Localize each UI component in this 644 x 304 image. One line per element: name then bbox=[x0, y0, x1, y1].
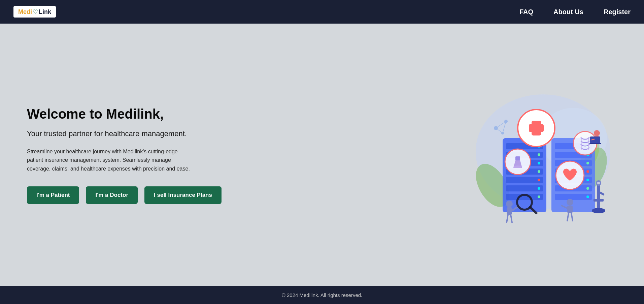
svg-point-48 bbox=[513, 165, 522, 168]
svg-point-65 bbox=[594, 130, 600, 136]
svg-point-75 bbox=[597, 182, 600, 184]
svg-point-22 bbox=[538, 170, 540, 173]
svg-point-25 bbox=[538, 195, 540, 198]
svg-line-58 bbox=[507, 215, 508, 222]
svg-rect-46 bbox=[515, 156, 520, 160]
navbar: Medi ♡ Link FAQ About Us Register bbox=[0, 0, 644, 24]
main-content: Welcome to Medilink, Your trusted partne… bbox=[0, 24, 644, 286]
svg-line-59 bbox=[511, 215, 512, 222]
svg-point-38 bbox=[586, 179, 589, 181]
svg-rect-44 bbox=[529, 124, 544, 132]
hero-subtitle: Your trusted partner for healthcare mana… bbox=[27, 129, 222, 139]
svg-point-24 bbox=[538, 187, 540, 190]
svg-point-53 bbox=[506, 201, 513, 207]
logo-heart-icon: ♡ bbox=[33, 8, 38, 16]
footer-copyright: © 2024 Medilink. All rights reserved. bbox=[282, 292, 363, 298]
footer: © 2024 Medilink. All rights reserved. bbox=[0, 286, 644, 304]
svg-point-37 bbox=[586, 170, 589, 173]
nav-register[interactable]: Register bbox=[604, 8, 631, 16]
logo-link-text: Link bbox=[39, 8, 51, 16]
logo-medi-text: Medi bbox=[18, 8, 32, 16]
hero-illustration bbox=[466, 84, 617, 226]
svg-rect-68 bbox=[589, 143, 601, 144]
svg-point-40 bbox=[586, 195, 589, 198]
svg-line-69 bbox=[592, 139, 594, 140]
svg-line-64 bbox=[571, 213, 573, 221]
svg-point-23 bbox=[538, 179, 540, 181]
patient-button[interactable]: I'm a Patient bbox=[27, 186, 79, 204]
svg-line-63 bbox=[567, 213, 569, 221]
svg-rect-61 bbox=[567, 206, 573, 213]
svg-point-20 bbox=[538, 153, 540, 156]
nav-faq[interactable]: FAQ bbox=[519, 8, 533, 16]
svg-rect-71 bbox=[594, 199, 604, 202]
svg-point-39 bbox=[586, 187, 589, 190]
nav-about-us[interactable]: About Us bbox=[553, 8, 583, 16]
hero-title: Welcome to Medilink, bbox=[27, 106, 222, 122]
doctor-button[interactable]: I'm a Doctor bbox=[86, 186, 138, 204]
svg-point-72 bbox=[592, 208, 605, 213]
logo[interactable]: Medi ♡ Link bbox=[13, 6, 56, 18]
svg-rect-16 bbox=[506, 177, 543, 183]
nav-links: FAQ About Us Register bbox=[519, 8, 631, 16]
hero-description: Streamline your healthcare journey with … bbox=[27, 147, 195, 173]
svg-rect-17 bbox=[506, 185, 543, 191]
hero-text: Welcome to Medilink, Your trusted partne… bbox=[27, 106, 222, 204]
svg-rect-54 bbox=[507, 207, 512, 215]
svg-rect-33 bbox=[555, 194, 592, 200]
svg-point-60 bbox=[567, 199, 573, 206]
illustration-svg bbox=[466, 84, 617, 226]
hero-buttons: I'm a Patient I'm a Doctor I sell Insura… bbox=[27, 186, 222, 204]
insurance-button[interactable]: I sell Insurance Plans bbox=[144, 186, 222, 204]
svg-point-21 bbox=[538, 162, 540, 164]
svg-point-36 bbox=[586, 162, 589, 164]
